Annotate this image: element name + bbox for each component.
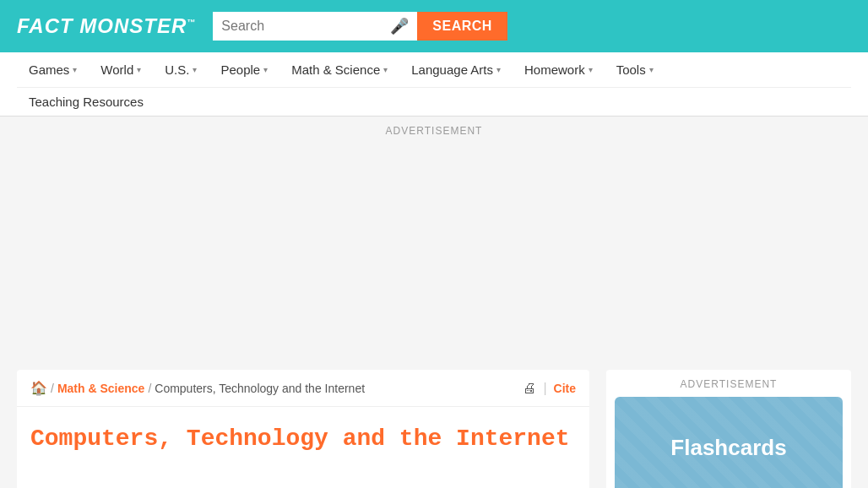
chevron-down-icon: ▾ — [73, 65, 77, 74]
nav-item-math-science[interactable]: Math & Science ▾ — [279, 52, 399, 87]
print-icon[interactable]: 🖨 — [523, 381, 536, 396]
nav-item-us[interactable]: U.S. ▾ — [153, 52, 209, 87]
chevron-down-icon: ▾ — [649, 65, 654, 74]
flashcards-card[interactable]: Flashcards — [615, 397, 843, 488]
advertisement-banner: ADVERTISEMENT — [0, 117, 868, 353]
breadcrumb-actions: 🖨 | Cite — [523, 381, 576, 396]
breadcrumb-separator: / — [148, 382, 151, 395]
nav-item-tools[interactable]: Tools ▾ — [605, 52, 665, 87]
nav-item-homework[interactable]: Homework ▾ — [513, 52, 605, 87]
separator-pipe: | — [543, 381, 546, 396]
breadcrumb-current-page: Computers, Technology and the Internet — [155, 382, 365, 395]
microphone-icon[interactable]: 🎤 — [390, 17, 409, 35]
nav-item-people[interactable]: People ▾ — [209, 52, 279, 87]
breadcrumb-bar: 🏠 / Math & Science / Computers, Technolo… — [17, 370, 589, 407]
chevron-down-icon: ▾ — [137, 65, 141, 74]
chevron-down-icon: ▾ — [383, 65, 388, 74]
ad-label: ADVERTISEMENT — [386, 125, 483, 137]
search-input[interactable] — [221, 19, 390, 34]
chevron-down-icon: ▾ — [589, 65, 593, 74]
sidebar: ADVERTISEMENT Flashcards — [606, 370, 851, 488]
sidebar-advertisement: ADVERTISEMENT Flashcards — [606, 370, 851, 488]
nav-label-math-science: Math & Science — [291, 62, 380, 77]
article-area: 🏠 / Math & Science / Computers, Technolo… — [17, 370, 589, 488]
logo-trademark: ™ — [187, 18, 196, 27]
nav-item-games[interactable]: Games ▾ — [17, 52, 89, 87]
sidebar-ad-label: ADVERTISEMENT — [615, 378, 843, 390]
search-input-wrapper: 🎤 — [213, 12, 417, 41]
nav-label-world: World — [100, 62, 133, 77]
nav-label-tools: Tools — [616, 62, 646, 77]
chevron-down-icon: ▾ — [263, 65, 268, 74]
nav-label-us: U.S. — [165, 62, 189, 77]
flashcards-label: Flashcards — [670, 435, 786, 461]
nav-label-games: Games — [29, 62, 69, 77]
cite-button[interactable]: Cite — [554, 382, 576, 395]
breadcrumb-separator: / — [51, 382, 54, 395]
chevron-down-icon: ▾ — [496, 65, 501, 74]
nav-label-teaching-resources: Teaching Resources — [29, 95, 144, 109]
breadcrumb: 🏠 / Math & Science / Computers, Technolo… — [30, 380, 365, 396]
article-title: Computers, Technology and the Internet — [17, 407, 589, 463]
main-content: 🏠 / Math & Science / Computers, Technolo… — [0, 353, 868, 488]
nav-label-language-arts: Language Arts — [411, 62, 493, 77]
nav-item-world[interactable]: World ▾ — [89, 52, 153, 87]
breadcrumb-math-science-link[interactable]: Math & Science — [57, 382, 144, 395]
home-icon[interactable]: 🏠 — [30, 380, 47, 396]
nav-row-2: Teaching Resources — [17, 87, 851, 116]
nav-row-1: Games ▾ World ▾ U.S. ▾ People ▾ Math & S… — [17, 52, 851, 87]
logo-text: FACT MONSTER — [17, 14, 187, 37]
search-button[interactable]: SEARCH — [417, 12, 507, 41]
chevron-down-icon: ▾ — [193, 65, 197, 74]
logo: FACT MONSTER™ — [17, 14, 196, 38]
header: FACT MONSTER™ 🎤 SEARCH — [0, 0, 868, 52]
navigation: Games ▾ World ▾ U.S. ▾ People ▾ Math & S… — [0, 52, 868, 117]
nav-label-people: People — [220, 62, 260, 77]
search-bar: 🎤 SEARCH — [213, 12, 466, 41]
nav-item-language-arts[interactable]: Language Arts ▾ — [399, 52, 513, 87]
nav-item-teaching-resources[interactable]: Teaching Resources — [17, 88, 155, 116]
nav-label-homework: Homework — [524, 62, 585, 77]
